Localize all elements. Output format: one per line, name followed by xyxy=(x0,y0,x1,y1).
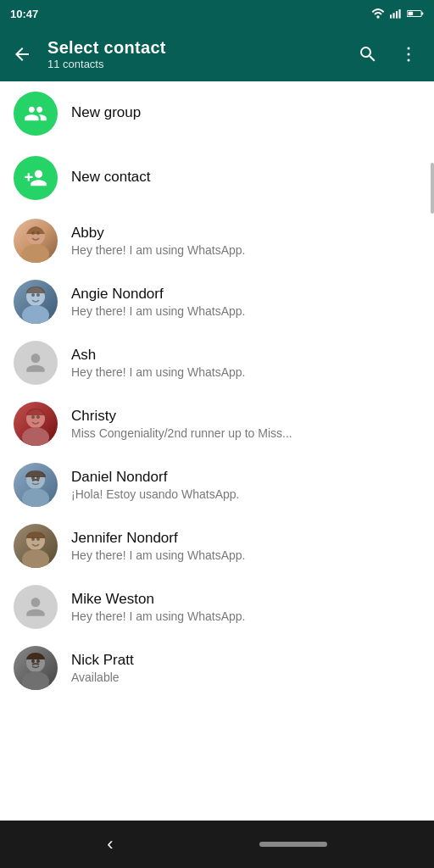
contact-count: 11 contacts xyxy=(47,58,342,70)
contact-status: Hey there! I am using WhatsApp. xyxy=(71,609,420,623)
toolbar-actions xyxy=(349,36,427,73)
svg-rect-3 xyxy=(396,11,398,18)
svg-point-21 xyxy=(31,415,35,419)
contact-details: Christy Miss Congeniality/2nd runner up … xyxy=(71,408,420,440)
svg-point-0 xyxy=(376,15,379,18)
avatar xyxy=(14,219,58,263)
jennifer-avatar-img xyxy=(14,524,58,568)
list-item[interactable]: Nick Pratt Available xyxy=(0,637,434,698)
contact-status: Hey there! I am using WhatsApp. xyxy=(71,365,420,379)
svg-point-28 xyxy=(22,549,49,568)
svg-point-12 xyxy=(22,244,49,263)
time-display: 10:47 xyxy=(10,8,38,20)
contact-status: Miss Congeniality/2nd runner up to Miss.… xyxy=(71,426,420,440)
contact-status: Hey there! I am using WhatsApp. xyxy=(71,243,420,257)
group-icon xyxy=(24,102,47,125)
svg-point-18 xyxy=(36,293,40,297)
contact-name: Mike Weston xyxy=(71,591,420,608)
status-icons xyxy=(371,8,424,19)
person-silhouette-icon xyxy=(22,349,49,376)
list-item[interactable]: Christy Miss Congeniality/2nd runner up … xyxy=(0,393,434,454)
new-contact-label: New contact xyxy=(71,169,151,186)
new-group-label: New group xyxy=(71,104,141,121)
angie-avatar-img xyxy=(14,280,58,324)
contact-details: Jennifer Nondorf Hey there! I am using W… xyxy=(71,530,420,562)
list-item[interactable]: Daniel Nondorf ¡Hola! Estoy usando Whats… xyxy=(0,454,434,515)
contact-name: Christy xyxy=(71,408,420,425)
avatar xyxy=(14,524,58,568)
page-title: Select contact xyxy=(47,38,342,58)
contact-status: ¡Hola! Estoy usando WhatsApp. xyxy=(71,487,420,501)
svg-point-10 xyxy=(408,59,410,62)
christy-avatar-img xyxy=(14,402,58,446)
list-item[interactable]: Ash Hey there! I am using WhatsApp. xyxy=(0,332,434,393)
svg-rect-2 xyxy=(393,13,395,18)
svg-point-34 xyxy=(36,659,40,663)
avatar xyxy=(14,402,58,446)
status-bar: 10:47 xyxy=(0,0,434,27)
new-group-avatar xyxy=(14,92,58,136)
avatar xyxy=(14,341,58,385)
contact-name: Angie Nondorf xyxy=(71,286,420,303)
contact-name: Nick Pratt xyxy=(71,652,420,669)
contact-details: Daniel Nondorf ¡Hola! Estoy usando Whats… xyxy=(71,469,420,501)
list-item[interactable]: Angie Nondorf Hey there! I am using What… xyxy=(0,271,434,332)
svg-rect-1 xyxy=(390,14,392,18)
contact-details: Abby Hey there! I am using WhatsApp. xyxy=(71,225,420,257)
svg-point-32 xyxy=(22,671,49,690)
nav-back-button[interactable]: ‹ xyxy=(107,833,113,855)
svg-point-24 xyxy=(22,488,49,507)
more-options-button[interactable] xyxy=(390,36,427,73)
svg-rect-7 xyxy=(408,12,413,15)
toolbar: Select contact 11 contacts xyxy=(0,27,434,81)
add-person-icon xyxy=(24,166,47,190)
list-item[interactable]: Abby Hey there! I am using WhatsApp. xyxy=(0,210,434,271)
svg-point-9 xyxy=(408,53,410,56)
new-group-item[interactable]: New group xyxy=(0,81,434,146)
contact-details: Ash Hey there! I am using WhatsApp. xyxy=(71,347,420,379)
contact-name: Abby xyxy=(71,225,420,242)
list-item[interactable]: Mike Weston Hey there! I am using WhatsA… xyxy=(0,576,434,637)
contact-name: Daniel Nondorf xyxy=(71,469,420,486)
svg-rect-6 xyxy=(421,13,423,15)
contact-name: Ash xyxy=(71,347,420,364)
abby-avatar-img xyxy=(14,219,58,263)
contact-status: Available xyxy=(71,670,420,684)
contact-status: Hey there! I am using WhatsApp. xyxy=(71,304,420,318)
avatar xyxy=(14,280,58,324)
toolbar-title-block: Select contact 11 contacts xyxy=(47,38,342,70)
avatar xyxy=(14,646,58,690)
nav-home-indicator[interactable] xyxy=(259,842,327,847)
svg-point-33 xyxy=(31,659,35,663)
contact-name: Jennifer Nondorf xyxy=(71,530,420,547)
search-button[interactable] xyxy=(349,36,387,73)
svg-rect-4 xyxy=(399,9,401,19)
wifi-icon xyxy=(371,8,385,19)
svg-point-22 xyxy=(36,415,40,419)
contact-list: New group New contact Abby Hey there! I … xyxy=(0,81,434,821)
svg-point-8 xyxy=(408,47,410,50)
nick-avatar-img xyxy=(14,646,58,690)
new-contact-item[interactable]: New contact xyxy=(0,146,434,210)
avatar xyxy=(14,463,58,507)
daniel-avatar-img xyxy=(14,463,58,507)
contact-details: Nick Pratt Available xyxy=(71,652,420,684)
svg-point-16 xyxy=(22,305,49,324)
svg-point-17 xyxy=(31,293,35,297)
contact-details: Angie Nondorf Hey there! I am using What… xyxy=(71,286,420,318)
avatar xyxy=(14,585,58,629)
contact-details: Mike Weston Hey there! I am using WhatsA… xyxy=(71,591,420,623)
contact-status: Hey there! I am using WhatsApp. xyxy=(71,548,420,562)
svg-point-20 xyxy=(22,427,49,446)
battery-icon xyxy=(407,8,424,19)
back-button[interactable] xyxy=(3,36,41,73)
navigation-bar: ‹ xyxy=(0,821,434,868)
person-silhouette-icon xyxy=(22,593,49,620)
signal-icon xyxy=(390,8,402,19)
new-contact-avatar xyxy=(14,156,58,200)
list-item[interactable]: Jennifer Nondorf Hey there! I am using W… xyxy=(0,515,434,576)
